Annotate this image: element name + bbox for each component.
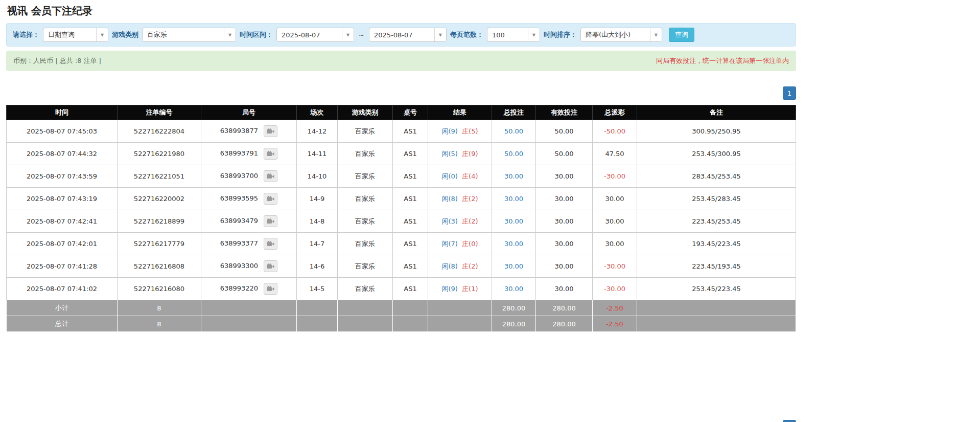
time-range-label: 时间区间： <box>240 30 273 39</box>
round-id-text: 638993377 <box>220 239 258 247</box>
video-replay-button[interactable] <box>264 260 277 272</box>
table-row: 2025-08-07 07:42:01 522716217779 6389933… <box>7 233 796 255</box>
chevron-down-icon[interactable]: ▼ <box>96 28 108 41</box>
cell-result: 闲(8) 庄(2) <box>428 188 492 210</box>
cell-session: 14-10 <box>297 165 338 188</box>
chevron-down-icon[interactable]: ▼ <box>434 28 446 41</box>
col-result: 结果 <box>428 105 492 120</box>
video-replay-button[interactable] <box>264 283 277 295</box>
table-row: 2025-08-07 07:41:02 522716216080 6389932… <box>7 278 796 300</box>
date-from-select[interactable]: 2025-08-07 ▼ <box>276 28 354 42</box>
cell-table-no: AS1 <box>393 233 428 255</box>
date-to-value: 2025-08-07 <box>369 28 434 41</box>
cell-total-bet[interactable]: 30.00 <box>492 210 536 233</box>
cell-session: 14-8 <box>297 210 338 233</box>
cell-total-bet[interactable]: 30.00 <box>492 255 536 278</box>
cell-result: 闲(3) 庄(2) <box>428 210 492 233</box>
cell-game-type: 百家乐 <box>338 255 393 278</box>
date-type-select[interactable]: 日期查询 ▼ <box>43 28 108 42</box>
video-camera-icon <box>267 263 274 270</box>
cell-payout: 30.00 <box>593 233 637 255</box>
cell-table-no: AS1 <box>393 255 428 278</box>
cell-time: 2025-08-07 07:42:41 <box>7 210 118 233</box>
cell-result: 闲(7) 庄(0) <box>428 233 492 255</box>
page-size-select[interactable]: 100 ▼ <box>487 28 540 42</box>
total-row: 总计 8 280.00 280.00 -2.50 <box>7 316 796 332</box>
cell-payout: 30.00 <box>593 210 637 233</box>
cell-session: 14-5 <box>297 278 338 300</box>
sort-label: 时间排序： <box>544 30 577 39</box>
cell-round-id: 638993595 <box>201 188 297 210</box>
cell-note: 253.45/283.45 <box>637 188 796 210</box>
cell-game-type: 百家乐 <box>338 143 393 165</box>
notice-text: 同局有效投注，统一计算在该局第一张注单内 <box>656 56 789 65</box>
date-to-select[interactable]: 2025-08-07 ▼ <box>369 28 447 42</box>
cell-time: 2025-08-07 07:43:19 <box>7 188 118 210</box>
round-id-text: 638993300 <box>220 262 258 270</box>
cell-round-id: 638993479 <box>201 210 297 233</box>
result-player: 闲(8) <box>442 195 458 203</box>
cell-total-bet[interactable]: 50.00 <box>492 120 536 143</box>
col-game-type: 游戏类别 <box>338 105 393 120</box>
chevron-down-icon[interactable]: ▼ <box>650 28 662 41</box>
video-replay-button[interactable] <box>264 148 277 160</box>
round-id-text: 638993220 <box>220 284 258 292</box>
total-count: 8 <box>118 316 201 332</box>
cell-game-type: 百家乐 <box>338 278 393 300</box>
result-player: 闲(9) <box>442 127 458 135</box>
cell-note: 253.45/223.45 <box>637 278 796 300</box>
main-content: 视讯 会员下注纪录 请选择： 日期查询 ▼ 游戏类别 百家乐 ▼ 时间区间： 2… <box>6 0 796 422</box>
cell-total-bet[interactable]: 30.00 <box>492 278 536 300</box>
chevron-down-icon[interactable]: ▼ <box>342 28 354 41</box>
page-button-1[interactable]: 1 <box>783 86 796 100</box>
game-type-value: 百家乐 <box>143 28 224 41</box>
search-button[interactable]: 查询 <box>669 28 694 42</box>
summary-text: 币别：人民币 | 总共 :8 注单 | <box>13 56 101 65</box>
date-from-value: 2025-08-07 <box>277 28 342 41</box>
subtotal-row: 小计 8 280.00 280.00 -2.50 <box>7 300 796 316</box>
result-banker: 庄(2) <box>462 195 478 203</box>
round-id-text: 638993595 <box>220 194 258 202</box>
cell-table-no: AS1 <box>393 210 428 233</box>
pagination-top: 1 <box>6 86 796 100</box>
video-camera-icon <box>267 151 274 157</box>
col-note: 备注 <box>637 105 796 120</box>
result-player: 闲(5) <box>442 150 458 158</box>
result-banker: 庄(2) <box>462 262 478 270</box>
date-type-value: 日期查询 <box>43 28 96 41</box>
video-replay-button[interactable] <box>264 170 277 182</box>
game-type-select[interactable]: 百家乐 ▼ <box>142 28 236 42</box>
table-row: 2025-08-07 07:41:28 522716216808 6389933… <box>7 255 796 278</box>
page-button-1-bottom[interactable]: 1 <box>783 420 796 422</box>
result-player: 闲(0) <box>442 172 458 180</box>
table-row: 2025-08-07 07:42:41 522716218899 6389934… <box>7 210 796 233</box>
range-separator: ~ <box>358 31 365 39</box>
sort-select[interactable]: 降幂(由大到小) ▼ <box>580 28 662 42</box>
cell-total-bet[interactable]: 30.00 <box>492 165 536 188</box>
table-row: 2025-08-07 07:44:32 522716221980 6389937… <box>7 143 796 165</box>
cell-note: 253.45/300.95 <box>637 143 796 165</box>
date-type-label: 请选择： <box>13 30 39 39</box>
page-size-label: 每页笔数： <box>450 30 483 39</box>
video-replay-button[interactable] <box>264 215 277 227</box>
chevron-down-icon[interactable]: ▼ <box>528 28 540 41</box>
cell-table-no: AS1 <box>393 278 428 300</box>
cell-result: 闲(9) 庄(5) <box>428 120 492 143</box>
sort-value: 降幂(由大到小) <box>581 28 650 41</box>
cell-valid-bet: 30.00 <box>536 255 593 278</box>
result-banker: 庄(5) <box>462 127 478 135</box>
video-replay-button[interactable] <box>264 238 277 250</box>
cell-total-bet[interactable]: 50.00 <box>492 143 536 165</box>
video-replay-button[interactable] <box>264 193 277 205</box>
cell-total-bet[interactable]: 30.00 <box>492 233 536 255</box>
cell-bet-id: 522716216808 <box>118 255 201 278</box>
video-camera-icon <box>267 128 274 135</box>
result-banker: 庄(1) <box>462 285 478 293</box>
cell-total-bet[interactable]: 30.00 <box>492 188 536 210</box>
cell-payout: -30.00 <box>593 165 637 188</box>
cell-game-type: 百家乐 <box>338 233 393 255</box>
cell-payout: 30.00 <box>593 188 637 210</box>
chevron-down-icon[interactable]: ▼ <box>224 28 236 41</box>
col-session: 场次 <box>297 105 338 120</box>
video-replay-button[interactable] <box>264 125 277 137</box>
